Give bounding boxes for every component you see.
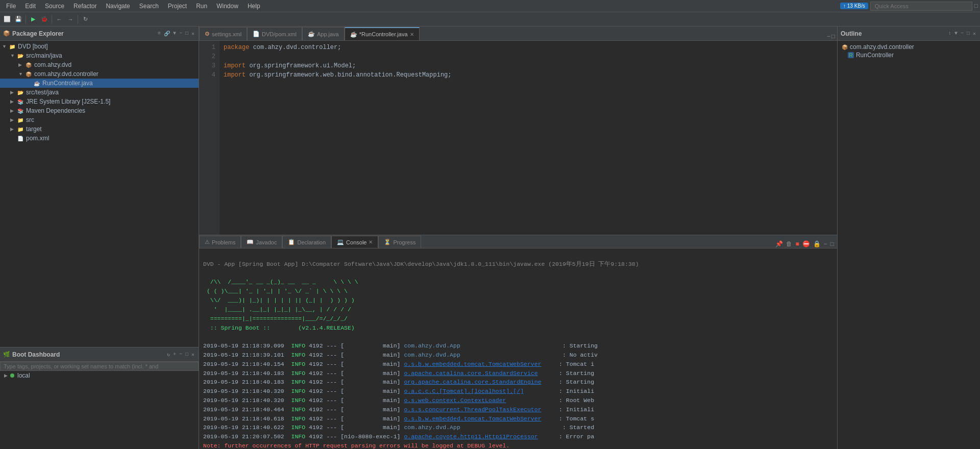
tree-item-pom[interactable]: 📄 pom.xml: [0, 134, 199, 143]
arrow-dvd: ▼: [2, 44, 8, 49]
refresh-btn[interactable]: ↻: [80, 14, 90, 24]
tab-bar-maximize-btn[interactable]: □: [831, 33, 835, 40]
outline-sort-btn[interactable]: ↕: [947, 30, 952, 37]
console-close-btn[interactable]: ✕: [369, 239, 373, 245]
console-minimize-btn[interactable]: −: [823, 241, 828, 248]
icon-dvd-project: 📁: [8, 42, 16, 51]
menu-navigate[interactable]: Navigate: [102, 2, 134, 11]
console-maximize-btn[interactable]: □: [829, 241, 835, 248]
minimize-panel-btn[interactable]: −: [178, 30, 183, 37]
menu-edit[interactable]: Edit: [21, 2, 40, 11]
tab-settings-xml[interactable]: ⚙ settings.xml: [199, 27, 247, 40]
tree-item-target[interactable]: ▶ 📁 target: [0, 124, 199, 134]
tab-runcontroller[interactable]: ☕ *RunController.java ✕: [345, 27, 420, 40]
outline-hide-btn[interactable]: ▼: [953, 30, 959, 37]
log-line-9: 2019-05-19 21:18:40.618 INFO 4192 --- [ …: [203, 415, 594, 422]
back-btn[interactable]: ←: [54, 14, 64, 24]
tree-item-jre[interactable]: ▶ 📚 JRE System Library [J2SE-1.5]: [0, 97, 199, 106]
tree-item-src-main[interactable]: ▼ 📂 src/main/java: [0, 51, 199, 60]
menu-help[interactable]: Help: [243, 2, 264, 11]
line-num-2: 2: [203, 52, 215, 61]
tab-app-java[interactable]: ☕ App.java: [302, 27, 345, 40]
boot-minimize-btn[interactable]: −: [178, 351, 183, 358]
tab-settings-xml-label: settings.xml: [212, 31, 241, 37]
console-tab-bar: ⚠ Problems 📖 Javadoc 📋 Declaration 💻 Con…: [199, 235, 837, 248]
code-content[interactable]: package com.ahzy.dvd.controller; import …: [219, 41, 837, 235]
outline-maximize-btn[interactable]: □: [966, 30, 971, 37]
boot-maximize-btn[interactable]: □: [184, 351, 189, 358]
icon-src: 📁: [16, 116, 24, 124]
run-btn[interactable]: ▶: [28, 14, 38, 24]
menu-search[interactable]: Search: [135, 2, 163, 11]
code-editor: 1 2 3 4 package com.ahzy.dvd.controller;…: [199, 41, 837, 235]
boot-local-item[interactable]: ▶ local: [0, 371, 199, 380]
log-line-5: 2019-05-19 21:18:40.183 INFO 4192 --- [ …: [203, 379, 594, 385]
console-tab-problems[interactable]: ⚠ Problems: [199, 236, 241, 248]
tab-bar-actions: − □: [825, 33, 837, 40]
label-runcontroller: RunController.java: [42, 80, 93, 87]
menu-file[interactable]: File: [2, 2, 20, 11]
console-stop-btn[interactable]: ■: [794, 241, 800, 248]
menu-refactor[interactable]: Refactor: [69, 2, 101, 11]
outline-close-btn[interactable]: ✕: [972, 30, 977, 37]
tree-item-com-ahzy-dvd[interactable]: ▶ 📦 com.ahzy.dvd: [0, 60, 199, 69]
boot-icon: 🌿: [3, 351, 10, 358]
panel-icons: ≡ 🔗 ▼ − □ ✕: [157, 30, 195, 37]
quick-access-input[interactable]: [870, 2, 972, 11]
link-editor-btn[interactable]: 🔗: [163, 30, 171, 37]
console-terminate-btn[interactable]: ⛔: [801, 240, 811, 248]
menu-source[interactable]: Source: [41, 2, 68, 11]
menu-run[interactable]: Run: [192, 2, 211, 11]
sep1: [26, 15, 26, 24]
console-tab-console[interactable]: 💻 Console ✕: [331, 236, 378, 248]
tree-item-src[interactable]: ▶ 📁 src: [0, 115, 199, 124]
tree-item-dvd-boot[interactable]: ▼ 📁 DVD [boot]: [0, 42, 199, 51]
tree-item-src-test[interactable]: ▶ 📂 src/test/java: [0, 88, 199, 97]
debug-btn[interactable]: 🐞: [39, 14, 50, 24]
outline-item-package[interactable]: 📦 com.ahzy.dvd.controller: [838, 43, 980, 51]
arrow-src: ▶: [10, 117, 16, 122]
line-num-1: 1: [203, 43, 215, 52]
package-explorer-icon: 📦: [3, 30, 10, 37]
tree-item-runcontroller[interactable]: ☕ RunController.java: [0, 79, 199, 88]
console-clear-btn[interactable]: 🗑: [785, 240, 793, 248]
console-tab-javadoc[interactable]: 📖 Javadoc: [241, 236, 282, 248]
tree-item-controller[interactable]: ▼ 📦 com.ahzy.dvd.controller: [0, 69, 199, 79]
maximize-icon[interactable]: □: [974, 3, 978, 10]
maximize-panel-btn[interactable]: □: [184, 30, 189, 37]
tab-runcontroller-close[interactable]: ✕: [410, 32, 414, 37]
icon-controller: 📦: [24, 70, 33, 78]
boot-dashboard-header: 🌿 Boot Dashboard ↻ + − □ ✕: [0, 347, 199, 362]
console-pin-btn[interactable]: 📌: [774, 240, 784, 248]
view-menu-btn[interactable]: ▼: [172, 30, 177, 37]
label-com-ahzy-dvd: com.ahzy.dvd: [34, 61, 71, 68]
save-btn[interactable]: 💾: [13, 14, 23, 24]
tree-item-maven[interactable]: ▶ 📚 Maven Dependencies: [0, 106, 199, 115]
arrow-jre: ▶: [10, 99, 16, 104]
forward-btn[interactable]: →: [65, 14, 76, 24]
outline-title: Outline: [841, 30, 947, 37]
console-scroll-lock-btn[interactable]: 🔒: [812, 240, 822, 248]
boot-close-btn[interactable]: ✕: [190, 351, 195, 358]
quick-access-bar: ↑ 13 KB/s □: [840, 2, 978, 11]
console-tab-declaration[interactable]: 📋 Declaration: [282, 236, 331, 248]
menu-project[interactable]: Project: [164, 2, 191, 11]
menu-window[interactable]: Window: [212, 2, 242, 11]
outline-item-class[interactable]: R RunController: [838, 51, 980, 59]
progress-icon: ⏳: [384, 239, 391, 245]
tab-dvd-pom[interactable]: 📄 DVD/pom.xml: [247, 27, 302, 40]
boot-add-btn[interactable]: +: [172, 351, 177, 358]
new-btn[interactable]: ⬜: [2, 14, 12, 24]
boot-filter-input[interactable]: [0, 362, 199, 371]
right-panel: ⚙ settings.xml 📄 DVD/pom.xml ☕ App.java …: [199, 27, 837, 449]
collapse-all-btn[interactable]: ≡: [157, 30, 162, 37]
console-tab-progress[interactable]: ⏳ Progress: [378, 236, 421, 248]
boot-refresh-btn[interactable]: ↻: [166, 351, 171, 358]
arrow-com-ahzy-dvd: ▶: [18, 62, 24, 67]
tab-bar-minimize-btn[interactable]: −: [827, 33, 830, 40]
outline-content: 📦 com.ahzy.dvd.controller R RunControlle…: [838, 41, 980, 449]
label-dvd-boot: DVD [boot]: [18, 43, 48, 50]
outline-minimize-btn[interactable]: −: [960, 30, 965, 37]
javadoc-icon: 📖: [247, 239, 254, 245]
close-panel-btn[interactable]: ✕: [190, 30, 195, 37]
